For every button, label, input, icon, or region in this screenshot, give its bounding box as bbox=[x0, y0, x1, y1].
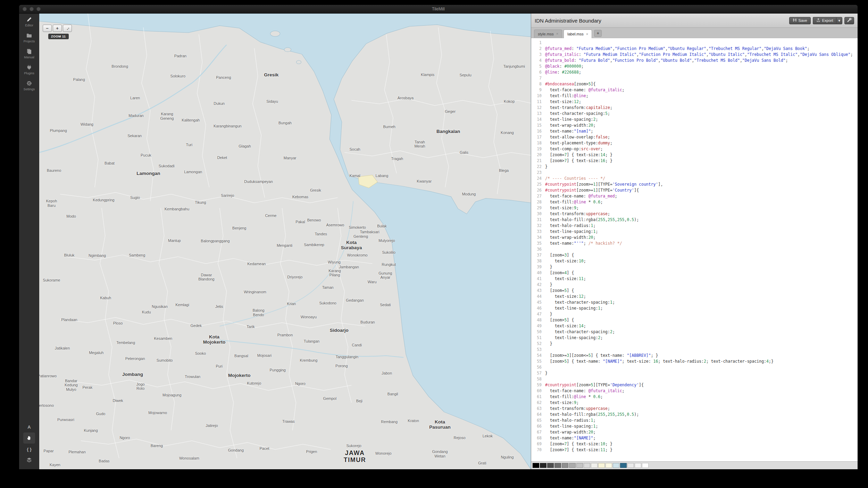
sidebar-item-settings[interactable]: Settings bbox=[19, 77, 39, 93]
code-tool-button[interactable]: { } bbox=[23, 444, 35, 455]
code-line[interactable]: 45 text-character-spacing:1; bbox=[531, 300, 858, 305]
palette-swatch[interactable] bbox=[591, 463, 598, 468]
palette-swatch[interactable] bbox=[606, 463, 612, 468]
palette-swatch[interactable] bbox=[598, 463, 605, 468]
code-line[interactable]: 7 bbox=[531, 75, 858, 81]
code-line[interactable]: 8#bndoceansea[zoom>5]{ bbox=[531, 81, 858, 87]
code-line[interactable]: 24/* ---- Countries ---- */ bbox=[531, 176, 858, 182]
code-line[interactable]: 51 text-line-spacing:2; bbox=[531, 335, 858, 341]
new-tab-button[interactable]: + bbox=[594, 30, 602, 37]
code-line[interactable]: 16 text-name:"[nam]"; bbox=[531, 128, 858, 134]
code-line[interactable]: 54 [zoom>=3][zoom<=5] { text-name: "[ABB… bbox=[531, 353, 858, 359]
code-line[interactable]: 47 } bbox=[531, 311, 858, 317]
code-line[interactable]: 65 text-halo-radius:1; bbox=[531, 418, 858, 423]
code-line[interactable]: 62 text-size:9; bbox=[531, 400, 858, 406]
code-line[interactable]: 31 text-halo-fill:rgba(255,255,255,0.5); bbox=[531, 217, 858, 223]
code-line[interactable]: 1 bbox=[531, 40, 858, 46]
code-line[interactable]: 29 text-size:9; bbox=[531, 205, 858, 211]
palette-swatch[interactable] bbox=[627, 463, 634, 468]
code-line[interactable]: 48 [zoom>5] { bbox=[531, 317, 858, 323]
code-line[interactable]: 53 bbox=[531, 347, 858, 353]
close-window-button[interactable] bbox=[23, 7, 27, 11]
palette-swatch[interactable] bbox=[620, 463, 627, 468]
code-line[interactable]: 59#countrypoint[zoom>5][TYPE='Dependency… bbox=[531, 382, 858, 388]
code-line[interactable]: 60 text-face-name: @futura_italic; bbox=[531, 388, 858, 394]
sidebar-item-projects[interactable]: Projects bbox=[19, 30, 39, 45]
code-line[interactable]: 63 text-transform:uppercase; bbox=[531, 406, 858, 412]
tab-style-mss[interactable]: style.mss × bbox=[534, 30, 562, 38]
code-line[interactable]: 2@futura_med: "Futura Medium","Function … bbox=[531, 46, 858, 52]
maximize-window-button[interactable] bbox=[36, 7, 41, 11]
code-line[interactable]: 38 text-size:10; bbox=[531, 258, 858, 264]
code-line[interactable]: 18 text-placement-type:dummy; bbox=[531, 140, 858, 146]
palette-swatch[interactable] bbox=[533, 463, 539, 468]
export-menu-button[interactable]: ▾ bbox=[836, 17, 842, 24]
code-line[interactable]: 61 text-fill:@line * 0.6; bbox=[531, 394, 858, 400]
code-line[interactable]: 67 text-wrap-width:20; bbox=[531, 429, 858, 435]
zoom-out-button[interactable]: − bbox=[43, 25, 52, 32]
code-line[interactable]: 44 text-size:12; bbox=[531, 294, 858, 300]
layers-tool-button[interactable] bbox=[23, 455, 35, 466]
code-line[interactable]: 52 } bbox=[531, 341, 858, 347]
code-line[interactable]: 42 } bbox=[531, 282, 858, 288]
code-line[interactable]: 43 [zoom=5] { bbox=[531, 288, 858, 294]
code-line[interactable]: 41 text-size:11; bbox=[531, 276, 858, 282]
code-line[interactable]: 39 } bbox=[531, 264, 858, 270]
code-line[interactable]: 46 text-line-spacing:1; bbox=[531, 305, 858, 311]
code-line[interactable]: 56 bbox=[531, 364, 858, 370]
code-line[interactable]: 55 [zoom>5] { text-name: "[NAME]"; text-… bbox=[531, 359, 858, 364]
code-line[interactable]: 17 text-allow-overlap:false; bbox=[531, 134, 858, 140]
code-line[interactable]: 30 text-transform:uppercase; bbox=[531, 211, 858, 217]
code-line[interactable]: 36 bbox=[531, 246, 858, 252]
settings-wrench-button[interactable] bbox=[844, 17, 854, 24]
code-line[interactable]: 70 [zoom>7] { text-size:11; } bbox=[531, 447, 858, 453]
code-line[interactable]: 34 text-wrap-width:20; bbox=[531, 235, 858, 241]
code-line[interactable]: 66 text-line-spacing:1; bbox=[531, 423, 858, 429]
code-line[interactable]: 10 text-fill:@line; bbox=[531, 93, 858, 99]
code-line[interactable]: 5@black: #000000; bbox=[531, 64, 858, 69]
palette-swatch[interactable] bbox=[540, 463, 546, 468]
close-icon[interactable]: × bbox=[586, 32, 588, 36]
sidebar-item-plugins[interactable]: Plugins bbox=[19, 61, 39, 77]
code-line[interactable]: 13 text-character-spacing:5; bbox=[531, 111, 858, 117]
code-line[interactable]: 15 text-wrap-width:20; bbox=[531, 123, 858, 128]
code-line[interactable]: 23 bbox=[531, 170, 858, 176]
zoom-in-button[interactable]: + bbox=[53, 25, 62, 32]
font-tool-button[interactable]: A bbox=[23, 421, 35, 432]
code-line[interactable]: 58 bbox=[531, 376, 858, 382]
fullscreen-button[interactable]: ↔ bbox=[63, 25, 72, 32]
pan-tool-button[interactable] bbox=[23, 432, 35, 444]
sidebar-item-manual[interactable]: Manual bbox=[19, 45, 39, 61]
code-line[interactable]: 26#countrypoint[zoom>=1][TYPE='Country']… bbox=[531, 187, 858, 193]
code-line[interactable]: 3@futura_italic: "Futura Medium Italic",… bbox=[531, 52, 858, 58]
code-line[interactable]: 28 text-fill:@line * 0.6; bbox=[531, 199, 858, 205]
palette-swatch[interactable] bbox=[635, 463, 641, 468]
palette-swatch[interactable] bbox=[562, 463, 568, 468]
code-line[interactable]: 9 text-face-name: @futura_italic; bbox=[531, 87, 858, 93]
code-line[interactable]: 11 text-size:12; bbox=[531, 99, 858, 105]
code-line[interactable]: 27 text-face-name: @futura_med; bbox=[531, 193, 858, 199]
code-line[interactable]: 68 text-name:"[NAME]"; bbox=[531, 435, 858, 441]
code-line[interactable]: 69 [zoom=7] { text-size:10; } bbox=[531, 441, 858, 447]
code-line[interactable]: 22} bbox=[531, 164, 858, 170]
tab-label-mss[interactable]: label.mss × bbox=[564, 30, 592, 38]
palette-swatch[interactable] bbox=[613, 463, 619, 468]
palette-swatch[interactable] bbox=[554, 463, 561, 468]
code-line[interactable]: 40 [zoom=4] { bbox=[531, 270, 858, 276]
palette-swatch[interactable] bbox=[547, 463, 554, 468]
code-line[interactable]: 35 text-name:"''"; /* hackish? */ bbox=[531, 241, 858, 246]
sidebar-item-editor[interactable]: Editor bbox=[19, 14, 39, 30]
export-button[interactable]: Export bbox=[813, 17, 836, 24]
code-line[interactable]: 64 text-halo-fill:rgba(255,255,255,0.5); bbox=[531, 412, 858, 418]
code-line[interactable]: 25#countrypoint[zoom>=1][TYPE='Sovereign… bbox=[531, 182, 858, 187]
code-line[interactable]: 4@futura_bold: "Futura Bold","Function P… bbox=[531, 58, 858, 64]
code-line[interactable]: 33 text-line-spacing:1; bbox=[531, 229, 858, 235]
code-line[interactable]: 6@line: #226688; bbox=[531, 69, 858, 75]
map-canvas[interactable]: PadranBrondongSolokuroPalangPancengGresi… bbox=[39, 14, 531, 469]
save-button[interactable]: Save bbox=[789, 17, 811, 24]
code-line[interactable]: 20 [zoom=7] { text-size:14; } bbox=[531, 152, 858, 158]
code-line[interactable]: 37 [zoom=3] { bbox=[531, 252, 858, 258]
minimize-window-button[interactable] bbox=[30, 7, 34, 11]
palette-swatch[interactable] bbox=[569, 463, 576, 468]
code-line[interactable]: 57} bbox=[531, 370, 858, 376]
